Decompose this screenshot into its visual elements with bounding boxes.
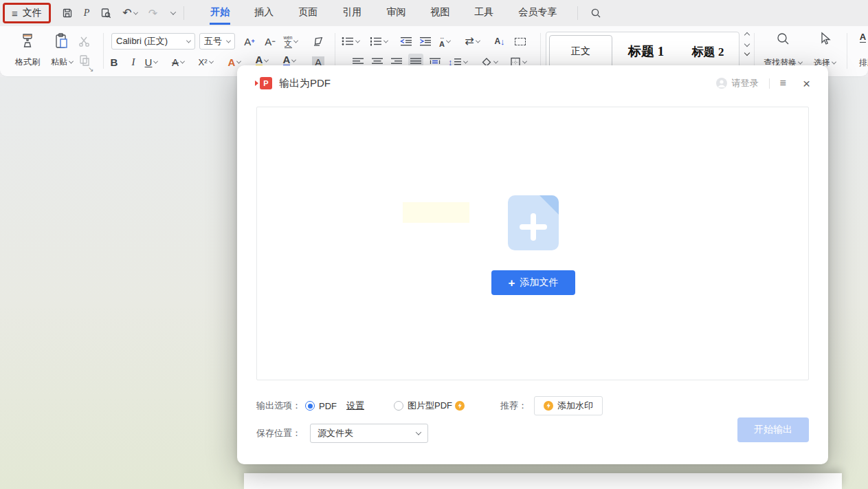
char-scale-button[interactable]: ↔A [437,33,452,50]
undo-button[interactable]: ↶ [122,8,137,19]
ribbon-divider-4 [754,33,755,69]
paste-icon [54,32,70,50]
grid-settings-icon[interactable] [513,33,528,50]
clear-format-icon[interactable] [311,33,326,50]
decrease-font-icon[interactable]: A− [263,33,278,50]
tab-page[interactable]: 页面 [286,0,330,26]
print-preview-icon[interactable] [100,8,111,19]
char-scale-icon: ↔A [439,35,445,48]
watermark-premium-icon [544,401,553,411]
faint-watermark [403,202,469,223]
document-page [244,473,842,489]
add-watermark-button[interactable]: 添加水印 [534,396,603,415]
text-direction-caret-icon [476,38,480,43]
bullet-list-icon [342,36,354,46]
start-output-button[interactable]: 开始输出 [737,417,809,442]
redo-icon[interactable]: ↷ [148,7,157,20]
titlebar-divider [183,6,184,20]
gallery-down-icon[interactable] [744,41,750,47]
tab-insert[interactable]: 插入 [242,0,286,26]
pdf-radio[interactable] [305,401,315,411]
paste-caret-icon [69,59,74,64]
tab-review[interactable]: 审阅 [374,0,418,26]
select-caret-icon [832,60,836,65]
hamburger-icon: ≡ [12,8,18,19]
number-list-button[interactable] [370,33,388,50]
paste-button[interactable]: 粘贴 [45,30,78,72]
format-painter-icon [19,32,36,50]
login-link[interactable]: 请登录 [732,77,759,89]
gallery-up-icon[interactable] [744,32,750,38]
gallery-more-icon[interactable] [744,50,750,56]
cut-icon[interactable] [77,33,92,50]
bullet-list-button[interactable] [342,33,359,50]
bullet-list-caret-icon [355,38,360,43]
highlight-caret-icon [264,57,269,62]
export-pdf-quick-icon[interactable]: P [84,8,90,19]
font-name-combo[interactable]: Calibri (正文) [111,33,195,50]
add-document-icon [508,195,559,250]
format-painter-button[interactable]: 格式刷 [11,30,44,72]
char-scale-caret-icon [446,38,451,43]
font-size-caret-icon [226,38,231,43]
underline-button[interactable]: U [144,54,159,70]
style-normal[interactable]: 正文 [549,35,612,68]
tab-tools[interactable]: 工具 [462,0,506,26]
styles-gallery-scroll [742,33,749,55]
pdf-app-icon: P [255,77,272,89]
font-size-combo[interactable]: 五号 [199,33,235,50]
text-effects-caret-icon [236,58,241,63]
typeset-button[interactable]: A 排版 [852,32,868,72]
ribbon-divider-2 [335,33,335,69]
quick-access-toolbar: P ↶ ↷ [62,7,175,20]
ribbon-search-icon[interactable] [590,8,602,19]
find-replace-caret-icon [798,60,803,65]
ribbon-divider-1 [103,33,104,69]
tab-member[interactable]: 会员专享 [506,0,569,26]
image-pdf-radio[interactable] [394,401,403,411]
save-icon[interactable] [62,8,73,19]
select-cursor-icon [819,32,832,46]
output-options-label: 输出选项： [256,400,301,412]
tab-reference[interactable]: 引用 [330,0,374,26]
ribbon-divider-3 [540,33,541,69]
borders-caret-icon [522,58,527,63]
number-list-icon [370,36,382,46]
superscript-caret-icon [208,58,213,63]
plus-icon: + [509,277,515,289]
increase-font-icon[interactable]: A+ [242,33,257,50]
output-options-row: 输出选项： PDF 设置 图片型PDF 推荐： 添加水印 [256,398,809,414]
file-menu-button[interactable]: ≡ 文件 [3,3,51,23]
avatar-icon[interactable] [715,77,728,89]
italic-icon[interactable]: I [126,54,141,70]
file-drop-zone[interactable]: + 添加文件 [256,107,809,380]
increase-indent-icon[interactable] [418,33,433,50]
pdf-settings-link[interactable]: 设置 [346,400,364,412]
text-direction-button[interactable]: ⇄ [465,33,480,50]
line-spacing-caret-icon [463,58,467,63]
add-file-button[interactable]: + 添加文件 [491,270,575,295]
dialog-close-icon[interactable]: × [803,77,810,90]
export-pdf-dialog: P 输出为PDF 请登录 ≡ × + 添加文件 输出选项： [237,65,828,464]
decrease-indent-icon[interactable] [399,33,414,50]
pdf-option-label[interactable]: PDF [319,401,337,411]
ribbon-tabs: 开始 插入 页面 引用 审阅 视图 工具 会员专享 [198,0,569,26]
typeset-icon: A [860,32,868,43]
superscript-button[interactable]: X² [198,54,213,70]
premium-icon [455,401,465,411]
phonetic-guide-icon: wén文 [284,35,293,48]
strikethrough-button[interactable]: A [170,54,186,70]
clipboard-dialog-launcher-icon[interactable]: ↘ [88,65,93,73]
tab-home[interactable]: 开始 [198,0,242,26]
bold-icon[interactable]: B [107,54,122,70]
sort-icon[interactable]: A↓ [492,33,507,50]
phonetic-guide-button[interactable]: wén文 [283,33,298,50]
tab-view[interactable]: 视图 [418,0,462,26]
save-location-caret-icon [416,429,421,435]
undo-icon: ↶ [122,8,131,19]
save-location-dropdown[interactable]: 源文件夹 [310,424,428,443]
dialog-menu-icon[interactable]: ≡ [780,77,786,89]
customize-qat-caret-icon[interactable] [168,11,175,15]
file-menu-label: 文件 [23,7,42,19]
image-pdf-option-label[interactable]: 图片型PDF [408,400,452,412]
